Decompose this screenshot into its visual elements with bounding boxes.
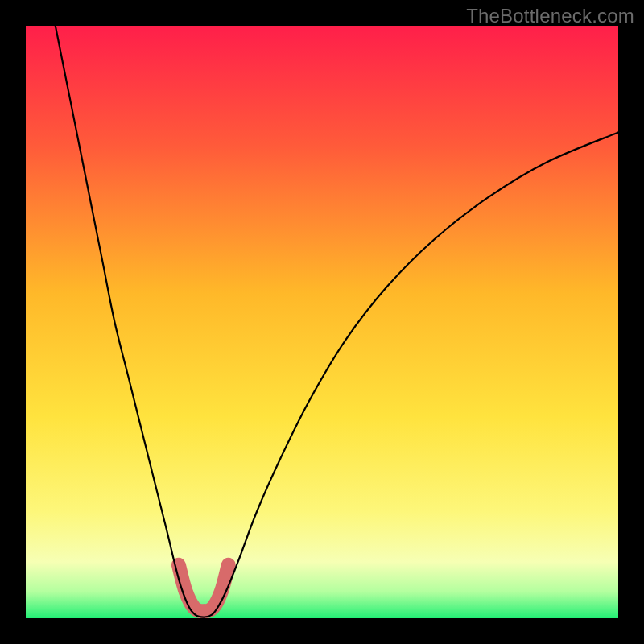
chart-svg: [26, 26, 618, 618]
chart-frame: [26, 26, 618, 618]
watermark-text: TheBottleneck.com: [466, 5, 634, 27]
